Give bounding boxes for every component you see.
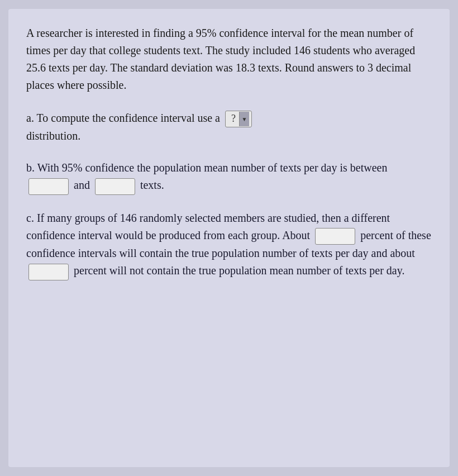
part-c-label: c. <box>26 212 34 224</box>
distribution-dropdown-value: ? <box>228 111 239 127</box>
part-a-before: To compute the confidence interval use a <box>37 112 220 124</box>
part-b-before: With 95% confidence the population mean … <box>37 161 388 174</box>
part-a-text: a. To compute the confidence interval us… <box>26 110 432 145</box>
part-c-text: c. If many groups of 146 randomly select… <box>26 210 432 280</box>
part-b-input-1[interactable] <box>28 178 69 195</box>
dropdown-arrow-icon[interactable]: ▼ <box>239 112 249 126</box>
part-b-and: and <box>74 179 90 191</box>
part-c-line3: not contain the true population mean num… <box>130 264 404 277</box>
distribution-dropdown[interactable]: ? ▼ <box>225 111 252 127</box>
part-c-input-2[interactable] <box>28 264 69 280</box>
problem-text: A researcher is interested in finding a … <box>26 25 432 94</box>
part-c-percent-of: percent of <box>360 229 405 241</box>
part-c: c. If many groups of 146 randomly select… <box>26 210 432 280</box>
part-a: a. To compute the confidence interval us… <box>26 110 432 145</box>
main-container: A researcher is interested in finding a … <box>8 9 450 467</box>
part-b-text: b. With 95% confidence the population me… <box>26 159 432 194</box>
part-c-input-1[interactable] <box>315 228 355 245</box>
part-c-percent-will: percent will <box>74 264 127 277</box>
part-a-label: a. <box>26 112 34 124</box>
part-b-after: texts. <box>140 179 164 191</box>
part-a-after: distribution. <box>26 130 80 142</box>
part-b-input-2[interactable] <box>95 178 135 195</box>
part-b-label: b. <box>26 161 35 174</box>
distribution-dropdown-wrapper[interactable]: ? ▼ <box>225 111 252 127</box>
part-b: b. With 95% confidence the population me… <box>26 159 432 194</box>
problem-statement: A researcher is interested in finding a … <box>26 25 432 94</box>
